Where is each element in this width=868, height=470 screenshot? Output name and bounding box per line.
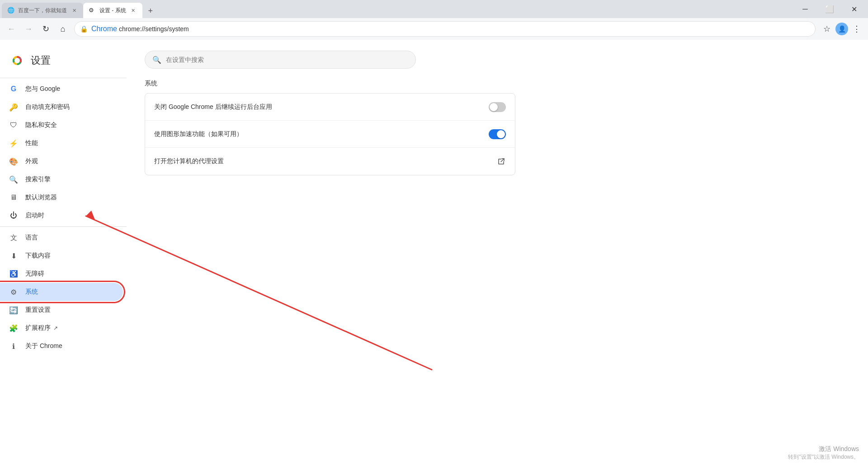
sidebar-item-label-google: 您与 Google (25, 85, 60, 93)
settings-search-icon: 🔍 (152, 56, 161, 64)
sidebar-item-search[interactable]: 🔍 搜索引擎 (0, 170, 123, 188)
sidebar-item-startup[interactable]: ⏻ 启动时 (0, 207, 123, 225)
chrome-logo (9, 52, 25, 69)
shield-icon: 🛡 (9, 121, 18, 130)
sidebar-item-label-privacy: 隐私和安全 (25, 121, 57, 129)
sidebar-item-label-extensions: 扩展程序 (25, 324, 51, 332)
tab-close-baidu[interactable]: ✕ (71, 7, 78, 14)
sidebar-item-label-about: 关于 Chrome (25, 342, 62, 350)
sidebar-item-about[interactable]: ℹ 关于 Chrome (0, 337, 123, 355)
background-run-toggle[interactable] (489, 102, 506, 112)
language-icon: 文 (9, 233, 18, 242)
title-bar: 🌐 百度一下，你就知道 ✕ ⚙ 设置 - 系统 ✕ + ─ ⬜ ✕ (0, 0, 868, 18)
close-button[interactable]: ✕ (844, 2, 864, 16)
bookmark-button[interactable]: ☆ (819, 21, 835, 37)
sidebar-item-language[interactable]: 文 语言 (0, 229, 123, 247)
proxy-label: 打开您计算机的代理设置 (154, 157, 497, 165)
sidebar-item-label-language: 语言 (25, 234, 38, 242)
settings-card-system: 关闭 Google Chrome 后继续运行后台应用 使用图形加速功能（如果可用… (145, 93, 515, 175)
chrome-label: Chrome (91, 25, 117, 33)
sidebar-item-label-reset: 重置设置 (25, 306, 51, 314)
sidebar-item-label-autofill: 自动填充和密码 (25, 103, 70, 111)
sidebar-item-label-downloads: 下载内容 (25, 252, 51, 260)
google-icon: G (9, 85, 18, 94)
info-icon: ℹ (9, 342, 18, 351)
sidebar-item-privacy[interactable]: 🛡 隐私和安全 (0, 116, 123, 134)
tab-baidu[interactable]: 🌐 百度一下，你就知道 ✕ (2, 3, 83, 18)
lock-icon: 🔒 (80, 25, 88, 33)
nav-bar: ← → ↻ ⌂ 🔒 Chrome chrome://settings/syste… (0, 18, 868, 40)
sidebar-item-appearance[interactable]: 🎨 外观 (0, 152, 123, 170)
sidebar-item-label-appearance: 外观 (25, 157, 38, 165)
sidebar-divider-mid (0, 226, 127, 227)
tab-title-baidu: 百度一下，你就知道 (18, 7, 67, 14)
sidebar-title: 设置 (31, 54, 51, 67)
sidebar-divider-top (0, 78, 127, 78)
settings-row-background-run: 关闭 Google Chrome 后继续运行后台应用 (145, 94, 515, 121)
home-button[interactable]: ⌂ (55, 21, 71, 37)
proxy-external-link-icon[interactable] (497, 157, 506, 166)
settings-row-hardware-accel: 使用图形加速功能（如果可用） (145, 121, 515, 148)
address-text: chrome://settings/system (119, 25, 810, 33)
tab-title-settings: 设置 - 系统 (99, 7, 126, 14)
search-icon: 🔍 (9, 175, 18, 184)
tab-favicon-settings: ⚙ (89, 7, 96, 14)
sidebar-item-default-browser[interactable]: 🖥 默认浏览器 (0, 188, 123, 207)
sidebar: 设置 G 您与 Google 🔑 自动填充和密码 🛡 隐私和安全 ⚡ 性能 🎨 (0, 40, 127, 470)
windows-activate-title: 激活 Windows (788, 445, 859, 453)
windows-activate: 激活 Windows 转到"设置"以激活 Windows。 (788, 445, 859, 461)
startup-icon: ⏻ (9, 211, 18, 220)
hardware-accel-label: 使用图形加速功能（如果可用） (154, 130, 489, 138)
accessibility-icon: ♿ (9, 269, 18, 278)
sidebar-item-performance[interactable]: ⚡ 性能 (0, 134, 123, 152)
tab-close-settings[interactable]: ✕ (130, 7, 137, 14)
browser-frame: 🌐 百度一下，你就知道 ✕ ⚙ 设置 - 系统 ✕ + ─ ⬜ ✕ ← → ↻ … (0, 0, 868, 470)
sidebar-item-label-default-browser: 默认浏览器 (25, 193, 57, 202)
sidebar-item-reset[interactable]: 🔄 重置设置 (0, 301, 123, 319)
maximize-button[interactable]: ⬜ (819, 2, 840, 16)
performance-icon: ⚡ (9, 139, 18, 148)
sidebar-item-label-search: 搜索引擎 (25, 175, 51, 183)
sidebar-item-extensions[interactable]: 🧩 扩展程序 ↗ (0, 319, 123, 337)
reset-icon: 🔄 (9, 306, 18, 315)
hardware-accel-toggle[interactable] (489, 129, 506, 139)
windows-activate-subtitle: 转到"设置"以激活 Windows。 (788, 453, 859, 461)
sidebar-item-label-accessibility: 无障碍 (25, 270, 44, 278)
back-button[interactable]: ← (4, 21, 19, 37)
tab-strip: 🌐 百度一下，你就知道 ✕ ⚙ 设置 - 系统 ✕ + (0, 0, 791, 18)
address-bar[interactable]: 🔒 Chrome chrome://settings/system (74, 21, 816, 37)
settings-search-input[interactable] (166, 56, 408, 63)
menu-button[interactable]: ⋮ (849, 21, 864, 37)
reload-button[interactable]: ↻ (38, 21, 53, 37)
sidebar-item-label-system: 系统 (25, 288, 38, 296)
system-icon: ⚙ (9, 287, 18, 296)
profile-button[interactable]: 👤 (835, 23, 848, 35)
tab-settings[interactable]: ⚙ 设置 - 系统 ✕ (83, 3, 142, 18)
sidebar-item-google[interactable]: G 您与 Google (0, 80, 123, 98)
sidebar-item-accessibility[interactable]: ♿ 无障碍 (0, 265, 123, 283)
minimize-button[interactable]: ─ (795, 2, 816, 16)
sidebar-item-label-performance: 性能 (25, 139, 38, 147)
downloads-icon: ⬇ (9, 251, 18, 260)
settings-search-bar[interactable]: 🔍 (145, 51, 416, 69)
extensions-icon: 🧩 (9, 324, 18, 333)
external-link-icon-extensions: ↗ (53, 325, 58, 331)
settings-panel: 🔍 系统 关闭 Google Chrome 后继续运行后台应用 使用图形加速功能… (127, 40, 533, 470)
browser-icon: 🖥 (9, 193, 18, 202)
background-run-label: 关闭 Google Chrome 后继续运行后台应用 (154, 103, 489, 111)
appearance-icon: 🎨 (9, 157, 18, 166)
forward-button[interactable]: → (21, 21, 36, 37)
sidebar-item-downloads[interactable]: ⬇ 下载内容 (0, 247, 123, 265)
nav-right-buttons: ☆ 👤 ⋮ (819, 21, 864, 37)
section-title: 系统 (145, 80, 515, 88)
sidebar-item-autofill[interactable]: 🔑 自动填充和密码 (0, 98, 123, 116)
settings-row-proxy: 打开您计算机的代理设置 (145, 148, 515, 175)
new-tab-button[interactable]: + (144, 5, 157, 17)
main-content: 设置 G 您与 Google 🔑 自动填充和密码 🛡 隐私和安全 ⚡ 性能 🎨 (0, 40, 868, 470)
svg-point-2 (14, 58, 20, 63)
sidebar-item-label-startup: 启动时 (25, 212, 44, 220)
key-icon: 🔑 (9, 103, 18, 112)
sidebar-header: 设置 (0, 49, 127, 76)
sidebar-item-system[interactable]: ⚙ 系统 (0, 283, 123, 301)
window-controls: ─ ⬜ ✕ (791, 2, 868, 16)
